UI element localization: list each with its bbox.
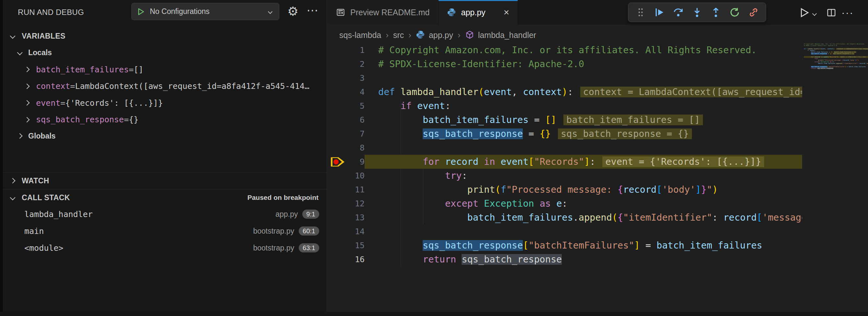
- line-number: 9: [348, 155, 365, 169]
- breadcrumb-item[interactable]: app.py: [429, 31, 453, 40]
- breadcrumb-item[interactable]: sqs-lambda: [339, 31, 381, 40]
- line-content: try:: [365, 169, 802, 183]
- code-line: 14: [328, 224, 802, 239]
- variable-row[interactable]: context = LambdaContext([aws_request_id=…: [3, 78, 327, 95]
- line-number: 14: [348, 224, 365, 239]
- line-number: 10: [348, 169, 365, 183]
- breadcrumb[interactable]: sqs-lambda›src›app.py›lambda_handler: [339, 29, 536, 41]
- variable-name: event: [36, 98, 60, 108]
- variable-row[interactable]: event = {'Records': [{...}]}: [3, 94, 327, 111]
- debug-config-dropdown[interactable]: No Configurations: [131, 3, 279, 20]
- symbol-method-icon: [465, 30, 474, 40]
- line-content: for record in event["Records"]:event = {…: [365, 155, 802, 169]
- code-editor[interactable]: 1# Copyright Amazon.com, Inc. or its aff…: [328, 43, 802, 316]
- code-line: 13 batch_item_failures.append({"itemIden…: [328, 211, 802, 224]
- line-content: if event:: [365, 99, 802, 113]
- breakpoint-gutter[interactable]: [328, 71, 348, 85]
- code-line: 7 sqs_batch_response = {}sqs_batch_respo…: [328, 127, 802, 141]
- breakpoint-gutter[interactable]: [328, 113, 348, 127]
- watch-header-label: WATCH: [22, 177, 49, 185]
- variable-row[interactable]: batch_item_failures = []: [3, 61, 327, 78]
- line-content: [365, 71, 802, 85]
- code-line: 4def lambda_handler(event, context):cont…: [328, 85, 802, 99]
- line-number: 3: [348, 71, 365, 85]
- chevron-right-icon: [24, 84, 30, 89]
- code-line: 11 print(f"Processed message: {record['b…: [328, 183, 802, 197]
- disconnect-icon[interactable]: [746, 5, 761, 20]
- editor-actions: ···: [799, 4, 868, 21]
- breakpoint-gutter[interactable]: [328, 224, 348, 239]
- code-line: 6 batch_item_failures = []batch_item_fai…: [328, 113, 802, 127]
- breakpoint-gutter[interactable]: [328, 183, 348, 197]
- indent-guide: [401, 99, 401, 266]
- variable-row[interactable]: sqs_batch_response = {}: [3, 111, 327, 128]
- ellipsis-icon[interactable]: ⋯: [303, 1, 321, 20]
- breakpoint-gutter[interactable]: [328, 155, 348, 169]
- line-number: 16: [348, 252, 365, 266]
- line-content: [365, 224, 802, 239]
- close-icon[interactable]: ×: [504, 7, 509, 17]
- chevron-down-icon[interactable]: [812, 11, 817, 16]
- tab-app-py[interactable]: app.py×: [438, 0, 518, 25]
- breadcrumb-separator: ›: [385, 30, 389, 40]
- scope-row-globals[interactable]: Globals: [3, 128, 327, 144]
- frame-name: <module>: [24, 243, 63, 253]
- line-content: batch_item_failures = []batch_item_failu…: [365, 113, 802, 127]
- activity-bar-edge: [0, 0, 3, 316]
- breakpoint-gutter[interactable]: [328, 197, 348, 211]
- chevron-right-icon: [24, 117, 30, 122]
- debug-config-value: No Configurations: [150, 7, 269, 16]
- python-icon: [447, 8, 456, 17]
- frame-file: app.py: [275, 210, 298, 219]
- stack-frame-row[interactable]: mainbootstrap.py60:1: [3, 223, 327, 240]
- equals-sign: =: [129, 65, 134, 74]
- watch-section-header[interactable]: WATCH: [3, 172, 327, 189]
- more-actions-button[interactable]: ···: [841, 7, 854, 19]
- frame-name: lambda_handler: [24, 210, 93, 219]
- restart-icon[interactable]: [727, 5, 742, 20]
- line-content: def lambda_handler(event, context):conte…: [365, 85, 802, 99]
- stack-frame-row[interactable]: <module>bootstrap.py63:1: [3, 240, 327, 256]
- code-line: 16 return sqs_batch_response: [328, 252, 802, 266]
- breakpoint-gutter[interactable]: [328, 43, 348, 57]
- chevron-right-icon: [17, 133, 23, 139]
- breakpoint-gutter[interactable]: [328, 141, 348, 155]
- split-editor-button[interactable]: [827, 8, 836, 18]
- breakpoint-gutter[interactable]: [328, 127, 348, 141]
- step-out-icon[interactable]: [709, 5, 723, 20]
- variable-name: sqs_batch_response: [36, 115, 124, 124]
- step-into-icon[interactable]: [690, 5, 704, 20]
- frame-file: bootstrap.py: [253, 244, 294, 252]
- scope-label: Globals: [28, 132, 56, 140]
- line-number: 2: [348, 57, 365, 71]
- breadcrumb-item[interactable]: src: [393, 31, 404, 40]
- preview-icon: [336, 8, 345, 17]
- scope-row-locals[interactable]: Locals: [3, 44, 327, 61]
- stack-frame-row[interactable]: lambda_handlerapp.py9:1: [3, 206, 327, 223]
- gear-icon[interactable]: ⚙: [284, 2, 301, 21]
- step-over-icon[interactable]: [671, 5, 685, 20]
- call-stack-section-header[interactable]: CALL STACK Paused on breakpoint: [3, 189, 327, 206]
- line-number: 12: [348, 197, 365, 211]
- variables-header-label: VARIABLES: [22, 32, 65, 40]
- breakpoint-gutter[interactable]: [328, 85, 348, 99]
- breakpoint-gutter[interactable]: [328, 169, 348, 183]
- run-button[interactable]: [799, 7, 810, 18]
- breakpoint-gutter[interactable]: [328, 211, 348, 224]
- breakpoint-gutter[interactable]: [328, 99, 348, 113]
- minimap[interactable]: # Copyright Amazon.com, Inc. or its affi…: [803, 43, 868, 108]
- breadcrumb-item[interactable]: lambda_handler: [478, 31, 536, 40]
- debug-inline-value: context = LambdaContext([aws_request_id=…: [580, 87, 802, 97]
- breakpoint-gutter[interactable]: [328, 57, 348, 71]
- continue-icon[interactable]: [652, 5, 666, 20]
- variables-section-header[interactable]: VARIABLES: [3, 28, 327, 44]
- tab-preview-readme-md[interactable]: Preview README.md: [328, 0, 438, 25]
- line-number: 7: [348, 127, 365, 141]
- start-debug-play-icon[interactable]: [132, 7, 150, 16]
- line-content: except Exception as e:: [365, 197, 802, 211]
- breakpoint-gutter[interactable]: [328, 252, 348, 266]
- line-content: # SPDX-License-Identifier: Apache-2.0: [365, 57, 802, 71]
- debug-inline-value: event = {'Records': [{...}]}: [602, 156, 764, 167]
- code-line: 8: [328, 141, 802, 155]
- breakpoint-gutter[interactable]: [328, 239, 348, 252]
